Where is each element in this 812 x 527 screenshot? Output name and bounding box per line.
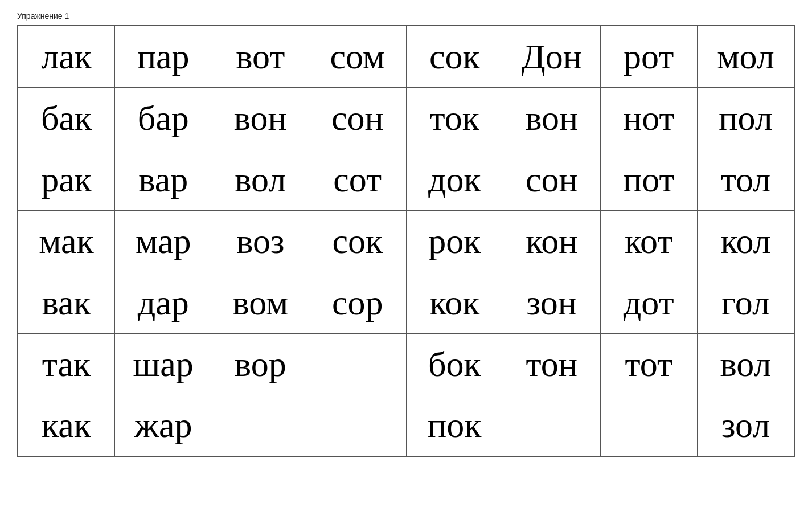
table-cell [503, 395, 601, 456]
table-cell: нот [600, 87, 698, 149]
table-cell: вон [212, 87, 309, 149]
table-cell: рот [600, 26, 698, 87]
table-cell: зол [698, 395, 795, 456]
table-cell: мак [18, 210, 115, 272]
table-cell [309, 333, 407, 395]
table-cell: пот [600, 149, 698, 210]
table-cell: мол [698, 26, 795, 87]
table-cell: пол [698, 87, 795, 149]
table-cell: док [406, 149, 503, 210]
table-cell: бак [18, 87, 115, 149]
table-cell: кон [503, 210, 601, 272]
table-cell: бар [115, 87, 212, 149]
table-cell: пар [115, 26, 212, 87]
table-cell: зон [503, 272, 601, 333]
table-cell: вом [212, 272, 309, 333]
table-cell: сок [309, 210, 407, 272]
table-cell: бок [406, 333, 503, 395]
table-cell [309, 395, 407, 456]
table-cell: сот [309, 149, 407, 210]
table-cell: тот [600, 333, 698, 395]
table-cell: вол [212, 149, 309, 210]
table-cell: мар [115, 210, 212, 272]
table-cell: пок [406, 395, 503, 456]
table-cell: кот [600, 210, 698, 272]
table-cell: сор [309, 272, 407, 333]
table-cell: ток [406, 87, 503, 149]
table-cell: кол [698, 210, 795, 272]
table-cell: вак [18, 272, 115, 333]
table-cell: вол [698, 333, 795, 395]
table-cell: рак [18, 149, 115, 210]
table-cell: гол [698, 272, 795, 333]
table-cell: дот [600, 272, 698, 333]
word-table: лакпарвотсомсокДонротмолбакбарвонсонтокв… [17, 25, 795, 457]
table-cell: кок [406, 272, 503, 333]
table-cell: лак [18, 26, 115, 87]
table-cell: дар [115, 272, 212, 333]
table-cell: сон [309, 87, 407, 149]
table-cell: шар [115, 333, 212, 395]
table-cell: как [18, 395, 115, 456]
table-cell: тон [503, 333, 601, 395]
table-cell: сом [309, 26, 407, 87]
table-cell: так [18, 333, 115, 395]
table-cell: тол [698, 149, 795, 210]
table-cell: вон [503, 87, 601, 149]
table-cell [212, 395, 309, 456]
page-title: Упражнение 1 [17, 11, 795, 21]
table-cell: сон [503, 149, 601, 210]
table-cell: сок [406, 26, 503, 87]
table-cell: Дон [503, 26, 601, 87]
table-cell: вор [212, 333, 309, 395]
table-cell: вот [212, 26, 309, 87]
table-cell: вар [115, 149, 212, 210]
table-cell: жар [115, 395, 212, 456]
table-cell: рок [406, 210, 503, 272]
table-cell [600, 395, 698, 456]
table-cell: воз [212, 210, 309, 272]
